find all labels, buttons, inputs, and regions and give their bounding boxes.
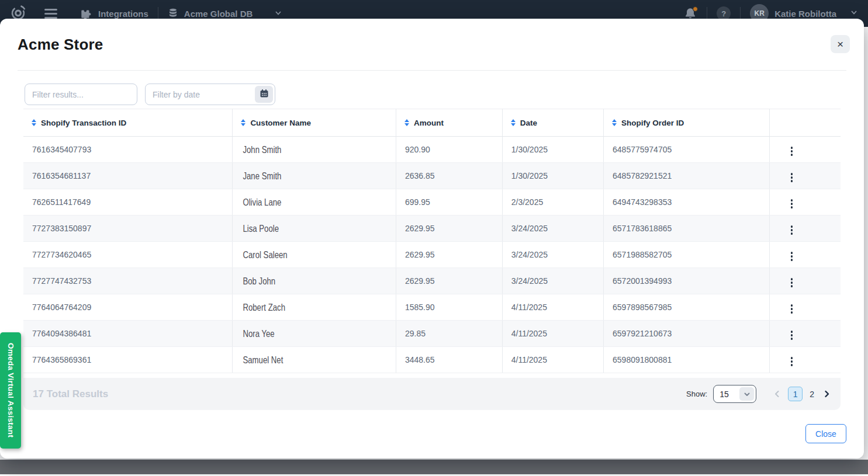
- cell-actions: [769, 137, 841, 163]
- row-actions-kebab-icon[interactable]: [789, 223, 796, 237]
- row-actions-kebab-icon[interactable]: [789, 355, 796, 369]
- virtual-assistant-tab[interactable]: Omeda Virtual Assistant: [0, 332, 21, 449]
- cell-order-id: 6572001394993: [604, 268, 770, 294]
- show-label: Show:: [686, 390, 707, 398]
- page-bottom-bar: [0, 460, 868, 474]
- user-menu-chevron-down-icon[interactable]: [849, 8, 859, 19]
- cell-actions: [769, 242, 841, 268]
- cell-actions: [769, 163, 841, 189]
- cell-transaction-id: 7727747432753: [23, 268, 233, 294]
- cell-customer-name: Jane Smith: [233, 163, 396, 189]
- row-actions-kebab-icon[interactable]: [789, 171, 796, 185]
- cell-customer-name: Lisa Poole: [233, 216, 396, 242]
- cell-amount: 699.95: [396, 189, 502, 216]
- cell-order-id: 6597898567985: [604, 294, 770, 321]
- user-name[interactable]: Katie Robilotta: [774, 9, 836, 19]
- cell-transaction-id: 7764094386481: [23, 321, 233, 347]
- next-page-icon[interactable]: [821, 388, 832, 399]
- row-actions-kebab-icon[interactable]: [789, 328, 796, 342]
- close-button[interactable]: Close: [805, 424, 846, 443]
- title-divider: [18, 70, 846, 71]
- cell-order-id: 6485782921521: [604, 163, 770, 189]
- table-footer: 17 Total Results Show: 15 1 2: [23, 378, 841, 410]
- sort-icon: [241, 119, 245, 126]
- sort-icon: [511, 119, 516, 126]
- row-actions-kebab-icon[interactable]: [789, 144, 796, 158]
- acme-store-modal: Acme Store ×: [0, 19, 864, 458]
- cell-customer-name: Olivia Lane: [233, 189, 396, 216]
- cell-actions: [769, 321, 841, 347]
- table-row: 7616345407793 John Smith 920.90 1/30/202…: [23, 137, 841, 163]
- cell-order-id: 6598091800881: [604, 347, 770, 373]
- cell-date: 1/30/2025: [502, 137, 603, 163]
- table-row: 7616354681137 Jane Smith 2636.85 1/30/20…: [23, 163, 841, 189]
- results-table: Shopify Transaction ID Customer Name Amo…: [23, 109, 841, 373]
- page-button-1[interactable]: 1: [788, 387, 803, 401]
- column-header-customer-name[interactable]: Customer Name: [233, 109, 396, 137]
- cell-order-id: 6485775974705: [604, 137, 770, 163]
- database-selector[interactable]: Acme Global DB: [168, 8, 283, 20]
- calendar-button[interactable]: [255, 86, 273, 103]
- cell-actions: [769, 347, 841, 373]
- cell-amount: 2629.95: [396, 242, 502, 268]
- table-row: 7727734620465 Carol Saleen 2629.95 3/24/…: [23, 242, 841, 268]
- prev-page-icon[interactable]: [772, 388, 783, 399]
- nav-integrations-label: Integrations: [98, 9, 148, 19]
- table-row: 7764094386481 Nora Yee 29.85 4/11/2025 6…: [23, 321, 841, 347]
- cell-order-id: 6571783618865: [604, 216, 770, 242]
- column-header-date[interactable]: Date: [502, 109, 603, 137]
- cell-amount: 1585.90: [396, 294, 502, 321]
- pagination: 1 2: [772, 387, 832, 401]
- row-actions-kebab-icon[interactable]: [789, 302, 796, 316]
- topbar-divider: [740, 7, 741, 20]
- cell-customer-name: John Smith: [233, 137, 396, 163]
- column-header-actions: [769, 109, 841, 137]
- cell-order-id: 6571988582705: [604, 242, 770, 268]
- row-actions-kebab-icon[interactable]: [789, 249, 796, 263]
- cell-transaction-id: 7764064764209: [23, 294, 233, 321]
- cell-customer-name: Nora Yee: [233, 321, 396, 347]
- cell-amount: 29.85: [396, 321, 502, 347]
- column-header-amount[interactable]: Amount: [396, 109, 502, 137]
- calendar-icon: [260, 89, 269, 100]
- cell-amount: 2636.85: [396, 163, 502, 189]
- table-row: 7626511417649 Olivia Lane 699.95 2/3/202…: [23, 189, 841, 216]
- cell-customer-name: Robert Zach: [233, 294, 396, 321]
- database-selector-label: Acme Global DB: [184, 9, 253, 19]
- filter-results-input[interactable]: [25, 84, 137, 105]
- topbar-divider: [158, 7, 158, 20]
- cell-date: 3/24/2025: [502, 216, 603, 242]
- cell-transaction-id: 7626511417649: [23, 189, 233, 216]
- sort-icon: [32, 119, 36, 126]
- cell-date: 3/24/2025: [502, 242, 603, 268]
- column-header-transaction-id[interactable]: Shopify Transaction ID: [23, 109, 233, 137]
- database-icon: [168, 8, 178, 20]
- menu-hamburger-icon[interactable]: [44, 9, 57, 19]
- cell-actions: [769, 294, 841, 321]
- topbar-divider: [707, 7, 707, 20]
- row-actions-kebab-icon[interactable]: [789, 197, 796, 211]
- page-button-2[interactable]: 2: [808, 390, 816, 399]
- cell-transaction-id: 7727383150897: [23, 216, 233, 242]
- cell-amount: 920.90: [396, 137, 502, 163]
- total-results-label: 17 Total Results: [33, 388, 108, 400]
- table-row: 7727383150897 Lisa Poole 2629.95 3/24/20…: [23, 216, 841, 242]
- cell-transaction-id: 7616345407793: [23, 137, 233, 163]
- table-row: 7764365869361 Samuel Net 3448.65 4/11/20…: [23, 347, 841, 373]
- cell-date: 2/3/2025: [502, 189, 603, 216]
- modal-close-icon[interactable]: ×: [831, 35, 850, 53]
- cell-transaction-id: 7764365869361: [23, 347, 233, 373]
- cell-transaction-id: 7727734620465: [23, 242, 233, 268]
- cell-actions: [769, 189, 841, 216]
- table-row: 7727747432753 Bob John 2629.95 3/24/2025…: [23, 268, 841, 294]
- cell-actions: [769, 268, 841, 294]
- table-body: 7616345407793 John Smith 920.90 1/30/202…: [23, 137, 841, 373]
- page-size-select[interactable]: 15: [713, 385, 756, 403]
- cell-date: 1/30/2025: [502, 163, 603, 189]
- sort-icon: [404, 119, 409, 126]
- row-actions-kebab-icon[interactable]: [789, 276, 796, 290]
- cell-date: 4/11/2025: [502, 321, 603, 347]
- cell-date: 3/24/2025: [502, 268, 603, 294]
- table-header-row: Shopify Transaction ID Customer Name Amo…: [23, 109, 841, 137]
- column-header-order-id[interactable]: Shopify Order ID: [604, 109, 770, 137]
